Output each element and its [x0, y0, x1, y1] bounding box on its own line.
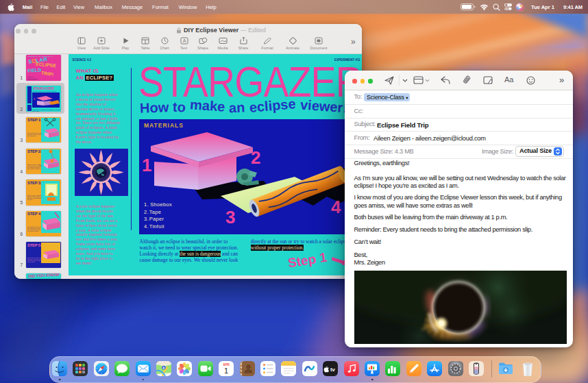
svg-text:1: 1: [224, 367, 228, 375]
svg-text:2: 2: [251, 147, 260, 168]
svg-text:1: 1: [34, 97, 36, 101]
svg-text:3: 3: [225, 207, 235, 227]
svg-text:4: 4: [331, 197, 341, 217]
svg-text:1: 1: [142, 155, 151, 175]
svg-text:A: A: [183, 38, 186, 43]
svg-text:tv: tv: [330, 367, 336, 373]
